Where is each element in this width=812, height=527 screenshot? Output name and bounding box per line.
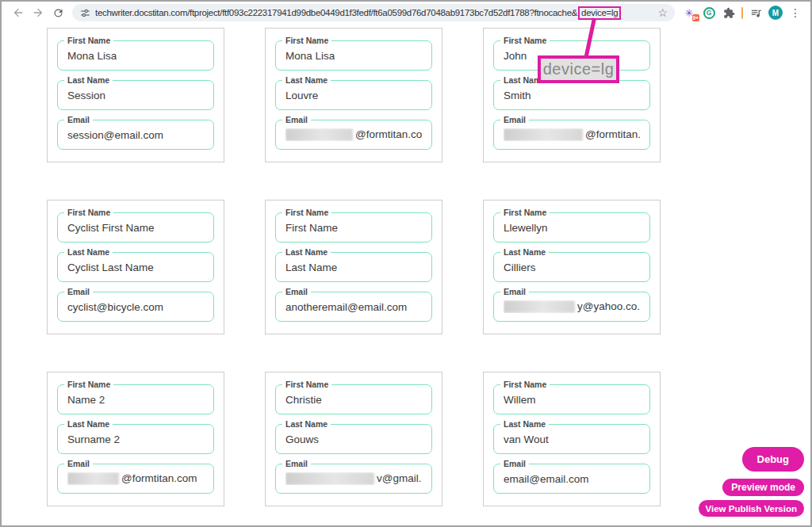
address-bar[interactable]: techwriter.docstitan.com/ftproject/ftf09… [72, 4, 675, 21]
last-name-value: Last Name [285, 262, 337, 273]
first-name-field[interactable]: First Name Christie [275, 384, 432, 414]
first-name-field[interactable]: First Name Mona Lisa [57, 40, 214, 71]
email-field[interactable]: Email cyclist@bicycle.com [57, 292, 214, 322]
page-content: First Name Mona Lisa Last Name Session E… [2, 24, 810, 525]
first-name-label: First Name [282, 379, 331, 390]
email-value: @formtitan.com [67, 472, 197, 484]
browser-window: techwriter.docstitan.com/ftproject/ftf09… [0, 0, 812, 527]
browser-menu-icon[interactable]: ⋮ [788, 7, 802, 18]
email-value: y@yahoo.co.uk [504, 300, 640, 312]
first-name-label: First Name [500, 35, 550, 46]
last-name-field[interactable]: Last Name Smith [493, 80, 650, 110]
form-card-1: First Name Mona Lisa Last Name Session E… [47, 28, 224, 162]
email-value: anotheremail@email.com [285, 301, 407, 313]
bookmark-star-icon[interactable]: ☆ [657, 7, 668, 18]
adblock-extension-icon[interactable]: ✳ 9+ [682, 6, 696, 20]
grammarly-extension-icon[interactable]: G [702, 6, 716, 20]
preview-mode-button[interactable]: Preview mode [722, 479, 804, 496]
first-name-label: First Name [64, 207, 113, 218]
form-card-6: First Name Llewellyn Last Name Cilliers … [483, 200, 661, 334]
email-value: @formtitan.com [504, 128, 640, 140]
last-name-label: Last Name [500, 246, 549, 258]
site-info-icon[interactable] [79, 7, 90, 18]
email-field[interactable]: Email v@gmail.com [275, 464, 432, 494]
last-name-field[interactable]: Last Name Cilliers [493, 252, 650, 282]
email-field[interactable]: Email anotheremail@email.com [275, 292, 432, 322]
forward-icon[interactable] [31, 6, 45, 20]
toolbar-divider [741, 7, 743, 19]
debug-button[interactable]: Debug [742, 447, 804, 472]
email-label: Email [64, 114, 93, 125]
cards-row-2: First Name Cyclist First Name Last Name … [47, 200, 661, 334]
grammarly-logo: G [703, 7, 715, 19]
email-label: Email [282, 286, 311, 297]
last-name-field[interactable]: Last Name van Wout [493, 424, 650, 454]
url-device-param-highlight: device=lg [578, 6, 621, 20]
first-name-field[interactable]: First Name First Name [275, 212, 432, 242]
email-label: Email [500, 458, 529, 469]
first-name-label: First Name [500, 207, 550, 218]
last-name-field[interactable]: Last Name Gouws [275, 424, 432, 454]
media-queue-icon[interactable] [749, 6, 763, 20]
last-name-label: Last Name [282, 74, 331, 86]
device-param-callout: device=lg [538, 55, 619, 83]
first-name-label: First Name [64, 35, 113, 46]
first-name-value: Cyclist First Name [67, 222, 155, 234]
email-label: Email [282, 114, 311, 125]
form-card-7: First Name Name 2 Last Name Surname 2 Em… [47, 372, 224, 506]
first-name-label: First Name [282, 207, 331, 218]
form-card-5: First Name First Name Last Name Last Nam… [265, 200, 442, 334]
profile-avatar[interactable]: M [768, 6, 783, 20]
email-field[interactable]: Email y@yahoo.co.uk [493, 292, 650, 322]
email-value: session@email.com [67, 129, 163, 141]
first-name-field[interactable]: First Name Llewellyn [493, 212, 650, 242]
email-value: email@email.com [504, 473, 588, 485]
last-name-field[interactable]: Last Name Last Name [275, 252, 432, 282]
cards-row-1: First Name Mona Lisa Last Name Session E… [47, 28, 661, 162]
first-name-value: Willem [504, 394, 536, 406]
first-name-value: John [504, 50, 527, 62]
url-prefix: techwriter.docstitan.com/ftproject/ftf09… [95, 8, 577, 17]
email-label: Email [64, 458, 93, 469]
last-name-field[interactable]: Last Name Louvre [275, 80, 432, 110]
first-name-label: First Name [64, 379, 113, 390]
last-name-label: Last Name [64, 246, 113, 258]
email-value: cyclist@bicycle.com [67, 301, 163, 313]
first-name-field[interactable]: First Name Cyclist First Name [57, 212, 214, 242]
first-name-value: Mona Lisa [285, 50, 335, 62]
last-name-label: Last Name [64, 74, 113, 86]
first-name-label: First Name [500, 379, 550, 390]
form-card-3: First Name John Last Name Smith Email @f… [483, 28, 661, 162]
last-name-field[interactable]: Last Name Session [57, 80, 214, 110]
form-card-8: First Name Christie Last Name Gouws Emai… [265, 372, 442, 506]
last-name-value: Cyclist Last Name [67, 262, 154, 273]
first-name-field[interactable]: First Name Willem [493, 384, 650, 414]
email-field[interactable]: Email session@email.com [57, 120, 214, 150]
first-name-value: First Name [285, 222, 338, 234]
first-name-field[interactable]: First Name Name 2 [57, 384, 214, 414]
email-field[interactable]: Email @formtitan.com [57, 464, 214, 494]
email-label: Email [282, 458, 311, 469]
email-field[interactable]: Email @formtitan.com [275, 120, 432, 150]
last-name-label: Last Name [64, 418, 113, 430]
last-name-field[interactable]: Last Name Cyclist Last Name [57, 252, 214, 282]
back-icon[interactable] [11, 6, 25, 20]
last-name-field[interactable]: Last Name Surname 2 [57, 424, 214, 454]
first-name-value: Name 2 [67, 394, 105, 406]
form-card-9: First Name Willem Last Name van Wout Ema… [483, 372, 661, 506]
form-cards-grid: First Name Mona Lisa Last Name Session E… [47, 28, 661, 527]
first-name-field[interactable]: First Name Mona Lisa [275, 40, 432, 71]
view-publish-version-button[interactable]: View Publish Version [699, 500, 804, 517]
reload-icon[interactable] [51, 6, 65, 20]
email-field[interactable]: Email email@email.com [493, 464, 650, 494]
browser-toolbar: techwriter.docstitan.com/ftproject/ftf09… [2, 2, 810, 24]
email-field[interactable]: Email @formtitan.com [493, 120, 650, 150]
extensions-puzzle-icon[interactable] [722, 6, 736, 20]
last-name-value: Gouws [285, 433, 319, 445]
first-name-value: Mona Lisa [67, 50, 117, 62]
last-name-value: Session [67, 90, 105, 101]
last-name-value: Louvre [285, 90, 318, 101]
last-name-label: Last Name [500, 418, 549, 430]
email-label: Email [500, 286, 529, 297]
email-label: Email [500, 114, 529, 125]
